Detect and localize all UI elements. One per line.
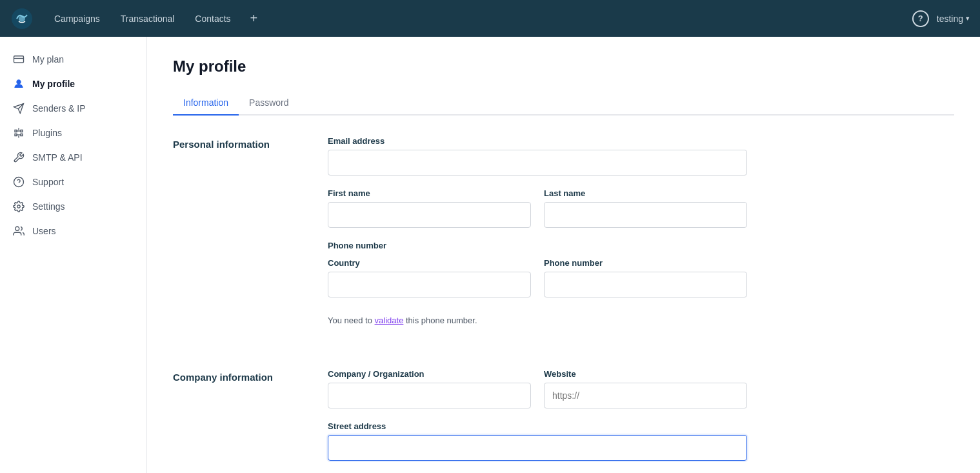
company-group: Company / Organization	[328, 369, 531, 408]
last-name-label: Last name	[544, 188, 747, 198]
personal-info-fields: Email address First name Last name Phone…	[328, 136, 747, 338]
country-input[interactable]	[328, 272, 531, 297]
support-icon	[13, 176, 25, 188]
users-icon	[13, 225, 25, 237]
nav-contacts[interactable]: Contacts	[187, 8, 238, 29]
svg-point-4	[17, 80, 21, 84]
phone-group: Phone number	[544, 258, 747, 297]
validate-note-post: this phone number.	[403, 316, 477, 325]
main-content: My profile Information Password Personal…	[147, 37, 980, 473]
street-label: Street address	[328, 421, 747, 431]
tab-password[interactable]: Password	[239, 91, 299, 116]
layout: My plan My profile Senders & IP	[0, 37, 980, 473]
email-group: Email address	[328, 136, 747, 176]
validate-note: You need to validate this phone number.	[328, 316, 747, 325]
website-input[interactable]	[544, 383, 747, 408]
sidebar-item-users[interactable]: Users	[0, 219, 146, 243]
user-icon	[13, 78, 25, 90]
first-name-group: First name	[328, 188, 531, 228]
sidebar-item-settings[interactable]: Settings	[0, 194, 146, 219]
app-logo[interactable]	[10, 7, 34, 30]
account-menu[interactable]: testing	[937, 14, 970, 24]
phone-section-group: Phone number Country Phone number You ne…	[328, 241, 747, 325]
country-group: Country	[328, 258, 531, 297]
first-name-input[interactable]	[328, 202, 531, 228]
credit-card-icon	[13, 54, 25, 65]
company-label: Company / Organization	[328, 369, 531, 379]
validate-link[interactable]: validate	[375, 316, 404, 325]
help-button[interactable]: ?	[912, 10, 929, 27]
phone-row: Country Phone number	[328, 258, 747, 310]
sidebar-label-support: Support	[32, 177, 64, 187]
company-row: Company / Organization Website	[328, 369, 747, 421]
wrench-icon	[13, 152, 25, 163]
sidebar-item-my-plan[interactable]: My plan	[0, 47, 146, 72]
sidebar-label-my-plan: My plan	[32, 54, 64, 65]
street-group: Street address	[328, 421, 747, 461]
send-icon	[13, 103, 25, 114]
svg-rect-2	[14, 56, 24, 63]
sidebar-item-support[interactable]: Support	[0, 170, 146, 194]
personal-info-section: Personal information Email address First…	[173, 136, 954, 338]
company-info-label: Company information	[173, 369, 302, 473]
email-label: Email address	[328, 136, 747, 146]
add-button[interactable]: +	[244, 7, 265, 30]
last-name-input[interactable]	[544, 202, 747, 228]
sidebar-item-smtp-api[interactable]: SMTP & API	[0, 145, 146, 170]
nav-transactional[interactable]: Transactional	[113, 8, 183, 29]
navbar-links: Campaigns Transactional Contacts +	[46, 7, 912, 30]
company-info-fields: Company / Organization Website Street ad…	[328, 369, 747, 473]
validate-note-pre: You need to	[328, 316, 375, 325]
tabs-bar: Information Password	[173, 91, 954, 116]
website-group: Website	[544, 369, 747, 408]
street-input[interactable]	[328, 435, 747, 461]
sidebar-label-settings: Settings	[32, 201, 65, 212]
navbar-right: ? testing	[912, 10, 970, 27]
svg-point-1	[19, 15, 25, 22]
plugin-icon	[13, 127, 25, 139]
sidebar-label-plugins: Plugins	[32, 128, 62, 138]
name-row: First name Last name	[328, 188, 747, 241]
company-input[interactable]	[328, 383, 531, 408]
sidebar-label-smtp-api: SMTP & API	[32, 152, 83, 163]
first-name-label: First name	[328, 188, 531, 198]
sidebar-label-my-profile: My profile	[32, 79, 75, 89]
website-label: Website	[544, 369, 747, 379]
settings-icon	[13, 201, 25, 212]
phone-label: Phone number	[544, 258, 747, 268]
nav-campaigns[interactable]: Campaigns	[46, 8, 108, 29]
country-label: Country	[328, 258, 531, 268]
tab-information[interactable]: Information	[173, 91, 239, 116]
email-input[interactable]	[328, 150, 747, 176]
svg-point-11	[17, 205, 21, 208]
sidebar-label-users: Users	[32, 226, 56, 236]
sidebar-item-plugins[interactable]: Plugins	[0, 121, 146, 145]
sidebar-item-senders-ip[interactable]: Senders & IP	[0, 96, 146, 121]
company-info-section: Company information Company / Organizati…	[173, 369, 954, 473]
last-name-group: Last name	[544, 188, 747, 228]
svg-point-12	[15, 226, 19, 230]
svg-point-9	[14, 177, 24, 187]
personal-info-label: Personal information	[173, 136, 302, 338]
sidebar-label-senders-ip: Senders & IP	[32, 103, 86, 114]
sidebar: My plan My profile Senders & IP	[0, 37, 147, 473]
navbar: Campaigns Transactional Contacts + ? tes…	[0, 0, 980, 37]
page-title: My profile	[173, 57, 954, 75]
phone-section-heading: Phone number	[328, 241, 747, 250]
phone-input[interactable]	[544, 272, 747, 297]
sidebar-item-my-profile[interactable]: My profile	[0, 72, 146, 96]
